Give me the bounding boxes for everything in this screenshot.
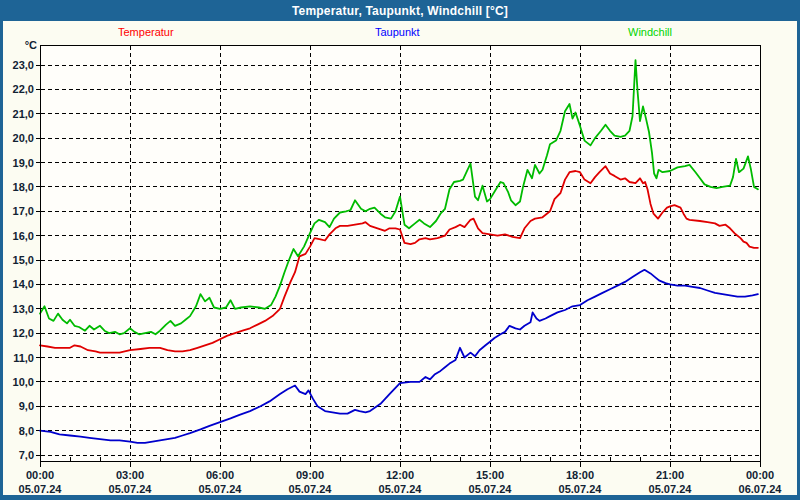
svg-text:12,0: 12,0 xyxy=(13,327,34,339)
plot-area: 7,08,09,010,011,012,013,014,015,016,017,… xyxy=(0,0,800,500)
y-axis-ticks xyxy=(36,65,40,455)
svg-text:13,0: 13,0 xyxy=(13,303,34,315)
svg-text:05.07.24: 05.07.24 xyxy=(649,483,693,495)
svg-text:22,0: 22,0 xyxy=(13,83,34,95)
y-axis-tick-labels: 7,08,09,010,011,012,013,014,015,016,017,… xyxy=(13,59,34,461)
svg-text:19,0: 19,0 xyxy=(13,157,34,169)
svg-text:14,0: 14,0 xyxy=(13,278,34,290)
svg-text:23,0: 23,0 xyxy=(13,59,34,71)
svg-text:9,0: 9,0 xyxy=(19,400,34,412)
window-border-left xyxy=(0,21,3,500)
svg-text:05.07.24: 05.07.24 xyxy=(19,483,63,495)
svg-text:09:00: 09:00 xyxy=(296,469,324,481)
svg-text:21,0: 21,0 xyxy=(13,108,34,120)
svg-text:12:00: 12:00 xyxy=(386,469,414,481)
svg-text:7,0: 7,0 xyxy=(19,449,34,461)
svg-text:00:00: 00:00 xyxy=(746,469,774,481)
svg-text:10,0: 10,0 xyxy=(13,376,34,388)
svg-text:15:00: 15:00 xyxy=(476,469,504,481)
svg-text:05.07.24: 05.07.24 xyxy=(289,483,333,495)
svg-text:05.07.24: 05.07.24 xyxy=(559,483,603,495)
svg-text:05.07.24: 05.07.24 xyxy=(379,483,423,495)
svg-text:18:00: 18:00 xyxy=(566,469,594,481)
svg-text:03:00: 03:00 xyxy=(116,469,144,481)
svg-text:8,0: 8,0 xyxy=(19,425,34,437)
svg-text:21:00: 21:00 xyxy=(656,469,684,481)
svg-text:00:00: 00:00 xyxy=(26,469,54,481)
svg-text:06.07.24: 06.07.24 xyxy=(739,483,783,495)
svg-text:16,0: 16,0 xyxy=(13,230,34,242)
svg-text:06:00: 06:00 xyxy=(206,469,234,481)
svg-text:05.07.24: 05.07.24 xyxy=(199,483,243,495)
x-axis-tick-labels: 00:0005.07.2403:0005.07.2406:0005.07.240… xyxy=(19,469,783,495)
svg-text:05.07.24: 05.07.24 xyxy=(109,483,153,495)
svg-text:15,0: 15,0 xyxy=(13,254,34,266)
svg-text:17,0: 17,0 xyxy=(13,205,34,217)
svg-text:20,0: 20,0 xyxy=(13,132,34,144)
weather-chart-window: Temperatur, Taupunkt, Windchill [°C] Tem… xyxy=(0,0,800,500)
window-border-bottom xyxy=(0,495,800,500)
svg-text:11,0: 11,0 xyxy=(13,352,34,364)
svg-text:05.07.24: 05.07.24 xyxy=(469,483,513,495)
svg-text:18,0: 18,0 xyxy=(13,181,34,193)
